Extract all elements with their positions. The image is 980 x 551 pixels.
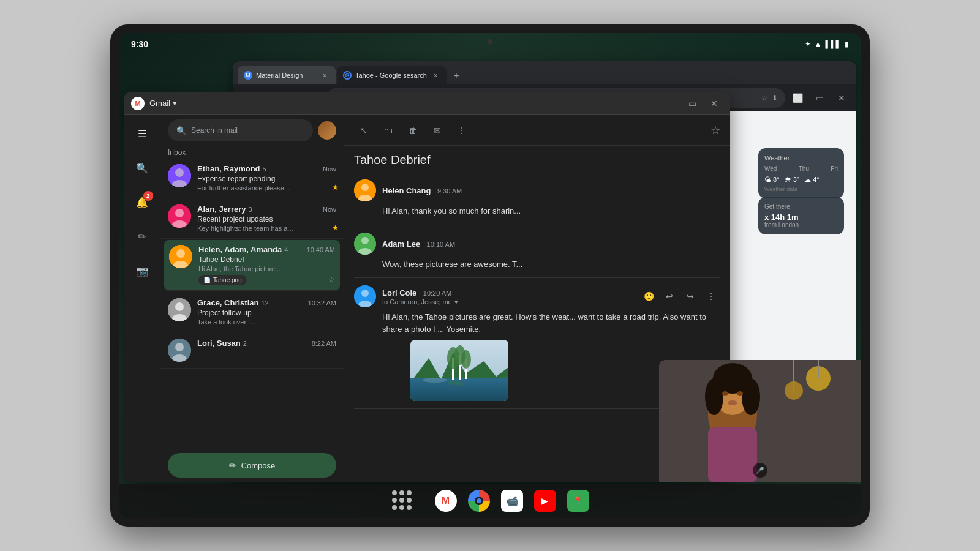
sidebar-menu-icon[interactable]: ☰ bbox=[130, 121, 154, 146]
search-input-container[interactable]: 🔍 Search in mail bbox=[168, 119, 313, 141]
more-options-button[interactable]: ⋮ bbox=[452, 121, 472, 140]
user-avatar[interactable] bbox=[318, 121, 336, 140]
email-item-helen[interactable]: Helen, Adam, Amanda 4 10:40 AM Tahoe Deb… bbox=[164, 240, 340, 291]
thread-time-1: 9:30 AM bbox=[437, 187, 462, 195]
taskbar-maps[interactable]: 📍 bbox=[564, 487, 592, 515]
taskbar-divider bbox=[424, 492, 424, 510]
svg-point-21 bbox=[705, 378, 723, 415]
sidebar-search-icon[interactable]: 🔍 bbox=[130, 156, 154, 180]
material-design-favicon: M bbox=[244, 71, 252, 80]
search-placeholder-text: Search in mail bbox=[191, 126, 238, 135]
email-header-ethan: Ethan, Raymond 5 Now bbox=[197, 164, 336, 173]
tablet-screen: 9:30 ✦ ▲ ▌▌▌ ▮ M Material Design ✕ bbox=[119, 33, 861, 518]
tab-tahoe-close[interactable]: ✕ bbox=[431, 70, 440, 80]
tab-strip-button[interactable]: ⬜ bbox=[788, 88, 807, 108]
sender-lori-s: Lori, Susan 2 bbox=[197, 339, 247, 348]
notification-badge: 2 bbox=[143, 191, 153, 201]
archive-button[interactable]: 🗃 bbox=[379, 121, 398, 140]
time-grace: 10:32 AM bbox=[308, 299, 336, 307]
gmail-title-dropdown[interactable]: ▾ bbox=[173, 99, 177, 108]
expand-button[interactable]: ⤡ bbox=[354, 121, 374, 140]
attachment-name: Tahoe.png bbox=[213, 277, 242, 283]
subject-alan: Recent project updates bbox=[197, 215, 336, 223]
thread-avatar-lori-cole bbox=[354, 285, 376, 307]
travel-from: from London bbox=[764, 222, 838, 228]
more-message-options[interactable]: ⋮ bbox=[702, 287, 720, 305]
thread-to-expand[interactable]: ▾ bbox=[454, 298, 458, 306]
taskbar: M 📹 ▶ bbox=[119, 484, 861, 518]
tab-material-close[interactable]: ✕ bbox=[320, 70, 330, 80]
search-icon: 🔍 bbox=[176, 126, 186, 135]
star-ethan[interactable]: ★ bbox=[332, 183, 339, 192]
email-header-alan: Alan, Jerrery 3 Now bbox=[197, 204, 336, 214]
star-alan[interactable]: ★ bbox=[332, 223, 339, 232]
travel-widget: Get there x 14h 1m from London bbox=[758, 197, 844, 234]
email-header-helen: Helen, Adam, Amanda 4 10:40 AM bbox=[198, 245, 335, 254]
launcher-icon[interactable] bbox=[388, 487, 417, 515]
browser-close[interactable]: ✕ bbox=[832, 88, 851, 108]
mark-unread-button[interactable]: ✉ bbox=[428, 121, 447, 140]
time-ethan: Now bbox=[323, 165, 336, 173]
thread-header-1: Helen Chang 9:30 AM bbox=[354, 179, 720, 201]
tab-material-design[interactable]: M Material Design ✕ bbox=[238, 66, 336, 84]
email-item-alan[interactable]: Alan, Jerrery 3 Now Recent project updat… bbox=[160, 198, 344, 239]
thread-header-2: Adam Lee 10:10 AM bbox=[354, 233, 720, 255]
reply-button[interactable]: ↩ bbox=[660, 287, 679, 305]
thread-avatar-helen-chang bbox=[354, 179, 376, 201]
sidebar-compose-icon[interactable]: ✏ bbox=[130, 224, 154, 249]
time-alan: Now bbox=[323, 206, 336, 213]
thread-time-2: 10:10 AM bbox=[427, 241, 455, 248]
tab-material-label: Material Design bbox=[256, 72, 303, 79]
bookmark-icon[interactable]: ☆ bbox=[761, 94, 768, 102]
avatar-grace bbox=[168, 298, 191, 321]
browser-tabs: M Material Design ✕ G Tahoe - Google ses… bbox=[233, 61, 856, 84]
thread-sender-info-2: Adam Lee 10:10 AM bbox=[382, 238, 720, 249]
star-helen[interactable]: ☆ bbox=[328, 276, 335, 284]
email-content-alan: Alan, Jerrery 3 Now Recent project updat… bbox=[197, 204, 336, 232]
gmail-logo: M bbox=[131, 97, 145, 110]
taskbar-gmail[interactable]: M bbox=[432, 487, 460, 515]
taskbar-youtube[interactable]: ▶ bbox=[531, 487, 559, 515]
gmail-window-controls: ▭ ✕ bbox=[684, 95, 723, 112]
emoji-button[interactable]: 🙂 bbox=[639, 287, 658, 305]
thread-avatar-adam-lee bbox=[354, 233, 376, 255]
tablet-shell: 9:30 ✦ ▲ ▌▌▌ ▮ M Material Design ✕ bbox=[110, 24, 870, 527]
svg-point-24 bbox=[737, 391, 743, 396]
weather-temp-fri: ☁ 4° bbox=[804, 176, 820, 184]
compose-button[interactable]: ✏ Compose bbox=[168, 453, 336, 478]
camera-dot bbox=[488, 39, 492, 44]
forward-button[interactable]: ↪ bbox=[681, 287, 699, 305]
email-content-helen: Helen, Adam, Amanda 4 10:40 AM Tahoe Deb… bbox=[198, 245, 335, 285]
email-subject-large: Tahoe Debrief bbox=[344, 146, 730, 172]
gmail-titlebar: M Gmail ▾ ▭ ✕ bbox=[124, 92, 730, 115]
travel-label: Get there bbox=[764, 203, 838, 210]
sidebar-video-icon[interactable]: 📷 bbox=[130, 258, 154, 283]
taskbar-meet[interactable]: 📹 bbox=[498, 487, 526, 515]
gmail-close[interactable]: ✕ bbox=[706, 95, 723, 112]
sidebar-notifications-icon[interactable]: 🔔 2 bbox=[130, 190, 154, 214]
email-item-grace[interactable]: Grace, Christian 12 10:32 AM Project fol… bbox=[160, 292, 344, 332]
file-icon: 📄 bbox=[203, 277, 211, 283]
sender-alan: Alan, Jerrery 3 bbox=[197, 204, 252, 214]
browser-maximize[interactable]: ▭ bbox=[810, 88, 829, 108]
email-item-ethan[interactable]: Ethan, Raymond 5 Now Expense report pend… bbox=[160, 158, 344, 198]
status-bar: 9:30 ✦ ▲ ▌▌▌ ▮ bbox=[119, 33, 861, 55]
tab-tahoe[interactable]: G Tahoe - Google sesarch ✕ bbox=[337, 66, 447, 84]
svg-point-3 bbox=[423, 378, 447, 383]
delete-button[interactable]: 🗑 bbox=[403, 121, 423, 140]
download-icon[interactable]: ⬇ bbox=[772, 94, 778, 102]
email-item-lori[interactable]: Lori, Susan 2 8:22 AM bbox=[160, 332, 344, 369]
thread-message-helen-chang: Helen Chang 9:30 AM Hi Alan, thank you s… bbox=[354, 172, 720, 225]
new-tab-button[interactable]: + bbox=[448, 67, 465, 84]
youtube-taskbar-icon: ▶ bbox=[534, 490, 556, 512]
thread-sender-info-3: Lori Cole 10:20 AM to Cameron, Jesse, me… bbox=[382, 287, 633, 306]
wifi-icon: ▲ bbox=[815, 40, 822, 48]
weather-label: Weather bbox=[764, 154, 838, 162]
star-detail-button[interactable]: ☆ bbox=[710, 124, 720, 137]
taskbar-chrome[interactable] bbox=[465, 487, 493, 515]
thread-body-1: Hi Alan, thank you so much for sharin... bbox=[354, 205, 720, 217]
compose-label: Compose bbox=[241, 461, 276, 470]
attachment-chip-tahoe[interactable]: 📄 Tahoe.png bbox=[198, 275, 247, 285]
gmail-minimize[interactable]: ▭ bbox=[684, 95, 701, 112]
sender-grace: Grace, Christian 12 bbox=[197, 298, 269, 307]
